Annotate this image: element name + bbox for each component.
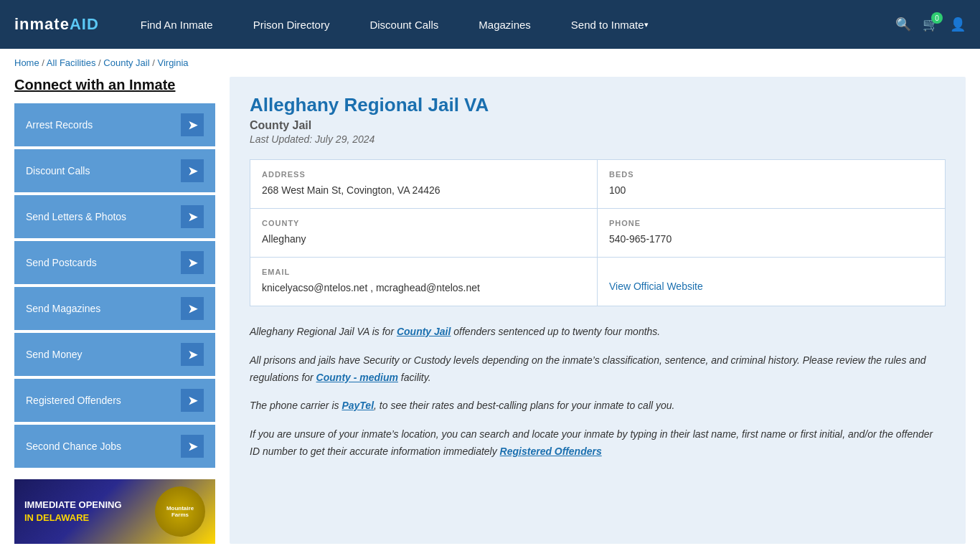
email-label: EMAIL [262, 268, 585, 276]
ad-banner[interactable]: IMMEDIATE OPENING IN DELAWARE Mountaire … [14, 479, 215, 544]
sidebar-arrow: ➤ [181, 389, 204, 412]
sidebar-item-send-postcards[interactable]: Send Postcards ➤ [14, 241, 215, 284]
sidebar-arrow: ➤ [181, 435, 204, 458]
search-icon[interactable]: 🔍 [895, 17, 911, 32]
phone-label: PHONE [609, 219, 933, 227]
sidebar-arrow: ➤ [181, 343, 204, 366]
sidebar-item-second-chance-jobs[interactable]: Second Chance Jobs ➤ [14, 425, 215, 468]
nav-prison-directory[interactable]: Prison Directory [233, 0, 350, 49]
sidebar-arrow: ➤ [181, 113, 204, 136]
address-cell: ADDRESS 268 West Main St, Covington, VA … [250, 160, 598, 209]
description-para3: The phone carrier is PayTel, to see thei… [250, 397, 946, 415]
nav-discount-calls[interactable]: Discount Calls [349, 0, 458, 49]
sidebar-item-send-letters[interactable]: Send Letters & Photos ➤ [14, 195, 215, 238]
last-updated: Last Updated: July 29, 2024 [250, 133, 946, 145]
info-grid: ADDRESS 268 West Main St, Covington, VA … [250, 159, 946, 306]
ad-logo: Mountaire Farms [155, 486, 205, 537]
beds-cell: BEDS 100 [598, 160, 945, 209]
cart-badge: 0 [931, 12, 943, 24]
beds-label: BEDS [609, 170, 933, 179]
breadcrumb-all-facilities[interactable]: All Facilities [47, 57, 96, 68]
description-para2: All prisons and jails have Security or C… [250, 352, 946, 387]
sidebar: Connect with an Inmate Arrest Records ➤ … [14, 77, 215, 544]
user-icon[interactable]: 👤 [950, 17, 966, 32]
registered-offenders-link[interactable]: Registered Offenders [500, 446, 602, 457]
nav-send-to-inmate[interactable]: Send to Inmate [551, 0, 669, 49]
county-jail-link[interactable]: County Jail [397, 326, 451, 337]
phone-value: 540-965-1770 [609, 232, 933, 247]
cart-icon[interactable]: 🛒 0 [923, 17, 938, 32]
description-para4: If you are unsure of your inmate’s locat… [250, 426, 946, 461]
paytel-link[interactable]: PayTel [341, 400, 374, 411]
breadcrumb: Home / All Facilities / County Jail / Vi… [0, 49, 980, 77]
description-para1: Alleghany Regional Jail VA is for County… [250, 324, 946, 341]
view-official-website-link[interactable]: View Official Website [609, 281, 703, 292]
sidebar-arrow: ➤ [181, 251, 204, 274]
nav-magazines[interactable]: Magazines [458, 0, 551, 49]
sidebar-arrow: ➤ [181, 159, 204, 182]
address-label: ADDRESS [262, 170, 585, 179]
breadcrumb-county-jail[interactable]: County Jail [103, 57, 149, 68]
facility-type: County Jail [250, 119, 946, 132]
website-spacer [609, 268, 933, 276]
facility-name: Alleghany Regional Jail VA [250, 94, 946, 116]
logo-text: inmateAID [14, 15, 99, 34]
main-layout: Connect with an Inmate Arrest Records ➤ … [0, 77, 980, 544]
county-medium-link[interactable]: County - medium [316, 372, 398, 383]
nav-find-inmate[interactable]: Find An Inmate [121, 0, 233, 49]
phone-cell: PHONE 540-965-1770 [598, 209, 945, 258]
facility-content: Alleghany Regional Jail VA County Jail L… [230, 77, 966, 544]
logo[interactable]: inmateAID [14, 15, 99, 34]
sidebar-arrow: ➤ [181, 205, 204, 228]
website-cell: View Official Website [598, 258, 945, 306]
address-value: 268 West Main St, Covington, VA 24426 [262, 183, 585, 198]
county-cell: COUNTY Alleghany [250, 209, 598, 258]
sidebar-title: Connect with an Inmate [14, 77, 215, 93]
email-cell: EMAIL knicelyacso@ntelos.net , mcraghead… [250, 258, 598, 306]
sidebar-item-arrest-records[interactable]: Arrest Records ➤ [14, 103, 215, 146]
county-label: COUNTY [262, 219, 585, 227]
sidebar-item-discount-calls[interactable]: Discount Calls ➤ [14, 149, 215, 192]
sidebar-item-send-magazines[interactable]: Send Magazines ➤ [14, 287, 215, 330]
county-value: Alleghany [262, 232, 585, 247]
ad-text: IMMEDIATE OPENING IN DELAWARE [24, 499, 122, 524]
sidebar-item-send-money[interactable]: Send Money ➤ [14, 333, 215, 376]
main-nav: Find An Inmate Prison Directory Discount… [121, 0, 895, 49]
email-value: knicelyacso@ntelos.net , mcraghead@ntelo… [262, 281, 585, 296]
header-icons: 🔍 🛒 0 👤 [895, 17, 966, 32]
sidebar-item-registered-offenders[interactable]: Registered Offenders ➤ [14, 379, 215, 422]
facility-description: Alleghany Regional Jail VA is for County… [250, 324, 946, 461]
breadcrumb-home[interactable]: Home [14, 57, 39, 68]
breadcrumb-virginia[interactable]: Virginia [157, 57, 188, 68]
header: inmateAID Find An Inmate Prison Director… [0, 0, 980, 49]
beds-value: 100 [609, 183, 933, 198]
sidebar-arrow: ➤ [181, 297, 204, 320]
